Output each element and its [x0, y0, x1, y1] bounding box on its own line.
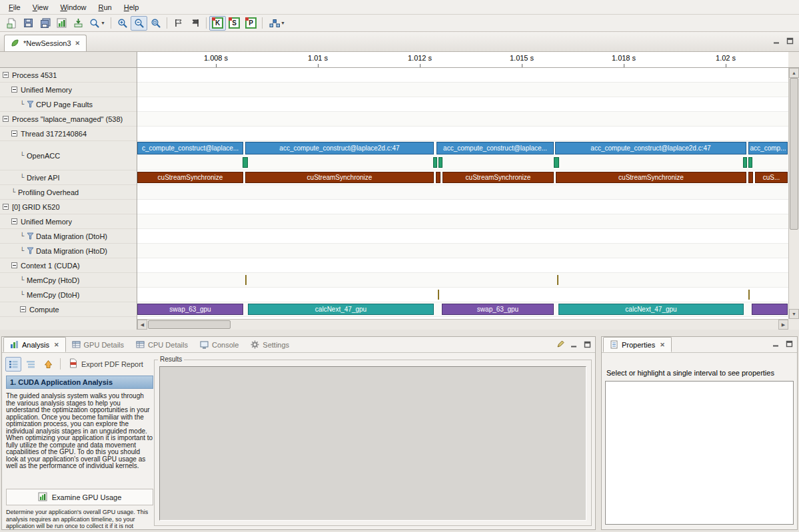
collapse-toggle-icon[interactable] [20, 306, 26, 312]
tab-gpu-details[interactable]: GPU Details [66, 337, 131, 352]
tree-row-memcpy-htod[interactable]: └MemCpy (HtoD) [0, 273, 137, 288]
minimize-icon[interactable] [772, 340, 780, 349]
openacc-interval[interactable]: acc_compute_construct@laplace... [436, 142, 554, 154]
tree-row-compute[interactable]: Compute [0, 302, 137, 317]
scroll-right-icon[interactable]: ▶ [778, 320, 788, 330]
timeline-ruler[interactable]: 1.008 s1.01 s1.012 s1.015 s1.018 s1.02 s [137, 52, 788, 68]
new-session-button[interactable] [3, 16, 20, 31]
openacc-marker[interactable] [554, 157, 559, 168]
driver-api-interval[interactable]: cuStreamSynchronize [137, 172, 243, 183]
session-tab[interactable]: *NewSession3 ✕ [4, 35, 87, 51]
openacc-marker[interactable] [748, 157, 752, 168]
memcpy-tick[interactable] [748, 290, 750, 300]
collapse-toggle-icon[interactable] [11, 262, 17, 268]
openacc-interval[interactable]: acc_comp... [748, 142, 788, 154]
tree-row-unified-memory[interactable]: Unified Memory [0, 214, 137, 229]
timeline-lane-driver[interactable]: cuStreamSynchronizecuStreamSynchronizecu… [137, 170, 788, 185]
memcpy-tick[interactable] [245, 275, 247, 285]
tree-row-thread-3172140864[interactable]: Thread 3172140864 [0, 127, 137, 141]
timeline-lane-memcpy_dtoh[interactable] [137, 288, 788, 302]
menu-view[interactable]: View [27, 1, 55, 13]
tree-row-profiling-overhead[interactable]: └Profiling Overhead [0, 185, 137, 200]
tree-row-0-grid-k520[interactable]: [0] GRID K520 [0, 200, 137, 214]
driver-api-interval[interactable] [748, 172, 753, 183]
guided-analysis-toggle[interactable] [5, 357, 21, 372]
collapse-toggle-icon[interactable] [3, 72, 9, 78]
memcpy-tick[interactable] [438, 290, 439, 300]
driver-api-interval[interactable]: cuStreamSynchronize [245, 172, 434, 183]
memcpy-tick[interactable] [557, 275, 558, 285]
tree-row-driver-api[interactable]: └Driver API [0, 170, 137, 185]
timeline-lane-process-4531[interactable] [137, 68, 788, 83]
tab-cpu-details[interactable]: CPU Details [130, 337, 194, 352]
kernel-interval[interactable]: swap_63_gpu [137, 304, 243, 315]
back-up-button[interactable] [40, 357, 56, 372]
timeline-lane-memcpy_htod[interactable] [137, 273, 788, 288]
kernel-interval[interactable]: calcNext_47_gpu [248, 304, 434, 315]
kernel-interval[interactable]: swap_63_gpu [442, 304, 554, 315]
tree-row-process-laplace-managed-538[interactable]: Process "laplace_managed" (538) [0, 112, 137, 127]
tab-close-icon[interactable]: ✕ [54, 342, 59, 348]
collapse-toggle-icon[interactable] [3, 116, 9, 122]
timeline-lane-openacc[interactable]: c_compute_construct@laplace...acc_comput… [137, 141, 788, 170]
prev-marker-button[interactable] [170, 16, 187, 31]
search-dropdown-button[interactable]: ▼ [87, 16, 108, 31]
driver-api-interval[interactable]: cuStreamSynchronize [442, 172, 554, 183]
kernel-interval[interactable]: calcNext_47_gpu [558, 304, 744, 315]
openacc-interval[interactable]: c_compute_construct@laplace... [137, 142, 243, 154]
tab-console[interactable]: Console [194, 337, 245, 352]
scroll-down-icon[interactable]: ▼ [789, 309, 799, 319]
openacc-interval[interactable]: acc_compute_construct@laplace2d.c:47 [555, 142, 746, 154]
stream-timeline-toggle[interactable]: S [226, 16, 243, 31]
maximize-icon[interactable] [786, 37, 794, 46]
openacc-marker[interactable] [438, 157, 442, 168]
process-timeline-toggle[interactable]: P [243, 16, 259, 31]
timeline-lane-cpu-page-faults[interactable] [137, 97, 788, 112]
minimize-icon[interactable] [773, 37, 780, 46]
openacc-interval[interactable]: acc_compute_construct@laplace2d.c:47 [245, 142, 434, 154]
maximize-icon[interactable] [786, 340, 793, 349]
scroll-left-icon[interactable]: ◀ [137, 320, 147, 330]
zoom-fit-button[interactable] [147, 16, 164, 31]
timeline-lane-data-migration-htod[interactable] [137, 244, 788, 258]
driver-api-interval[interactable]: cuStreamSynchronize [556, 172, 746, 183]
collapse-toggle-icon[interactable] [11, 87, 17, 93]
timeline-lane-process-laplace-managed-538[interactable] [137, 112, 788, 127]
examine-gpu-usage-button[interactable]: Examine GPU Usage [6, 489, 153, 505]
run-analysis-button[interactable]: ▼ [265, 16, 289, 31]
save-all-button[interactable] [37, 16, 53, 31]
timeline-lane-thread-3172140864[interactable] [137, 127, 788, 141]
tab-analysis[interactable]: Analysis✕ [3, 337, 66, 352]
export-pdf-button[interactable]: Export PDF Report [65, 357, 147, 371]
timeline-lane-unified-memory[interactable] [137, 83, 788, 97]
menu-run[interactable]: Run [93, 1, 118, 13]
menu-window[interactable]: Window [54, 1, 92, 13]
tree-row-unified-memory[interactable]: Unified Memory [0, 83, 137, 97]
timeline-lane-0-grid-k520[interactable] [137, 200, 788, 214]
driver-api-interval[interactable] [436, 172, 440, 183]
driver-api-interval[interactable]: cuS... [755, 172, 788, 183]
timeline-lane-compute[interactable]: swap_63_gpucalcNext_47_gpuswap_63_gpucal… [137, 302, 788, 317]
timeline-lane-context-1-cuda[interactable] [137, 258, 788, 273]
horizontal-scrollbar[interactable]: ◀ ▶ [137, 319, 788, 330]
report-button[interactable] [53, 16, 70, 31]
minimize-icon[interactable] [570, 341, 578, 350]
scroll-up-icon[interactable]: ▲ [789, 68, 799, 78]
openacc-marker[interactable] [743, 157, 747, 168]
zoom-in-button[interactable] [114, 16, 131, 31]
tab-settings[interactable]: Settings [245, 337, 295, 352]
tree-row-openacc[interactable]: └OpenACC [0, 141, 137, 170]
next-marker-button[interactable] [187, 16, 203, 31]
tree-row-data-migration-dtoh[interactable]: └Data Migration (DtoH) [0, 229, 137, 244]
vertical-scrollbar[interactable]: ▲ ▼ [788, 68, 799, 319]
tab-close-icon[interactable]: ✕ [660, 342, 665, 348]
timeline-lane-unified-memory[interactable] [137, 214, 788, 229]
kernel-interval[interactable] [752, 304, 788, 315]
timeline-lane-data-migration-dtoh[interactable] [137, 229, 788, 244]
session-tab-close-icon[interactable]: ✕ [75, 40, 81, 47]
view-menu-icon[interactable] [556, 340, 564, 350]
vscroll-thumb[interactable] [790, 78, 798, 230]
timeline-lane-profiling-overhead[interactable] [137, 185, 788, 200]
export-button[interactable] [70, 16, 87, 31]
kernel-timeline-toggle[interactable]: K [209, 16, 226, 31]
